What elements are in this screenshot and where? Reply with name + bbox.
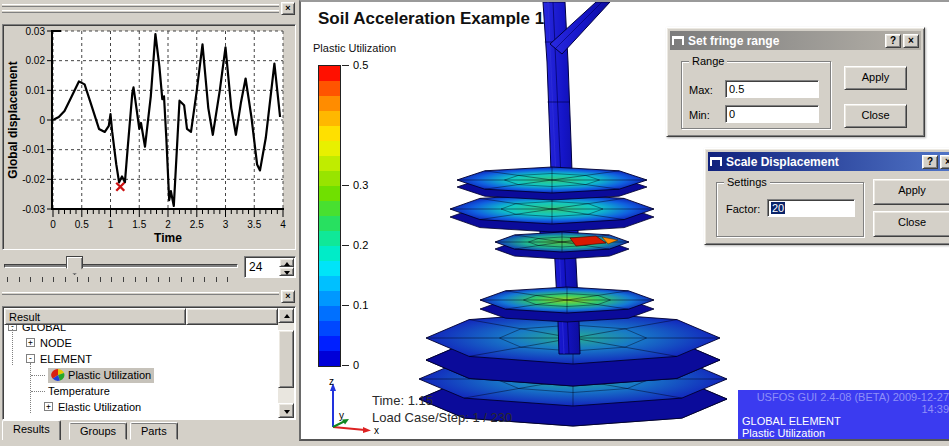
svg-text:3.5: 3.5 [247, 219, 261, 230]
tree-connector [31, 375, 45, 376]
svg-text:Time: Time [154, 231, 182, 245]
y-axis-label: y [339, 410, 344, 421]
min-input[interactable]: 0 [725, 105, 819, 123]
svg-text:Global displacement: Global displacement [6, 61, 20, 178]
scrollbar-thumb[interactable] [278, 330, 294, 388]
tree-connector [31, 391, 45, 392]
max-label: Max: [689, 84, 713, 96]
svg-text:0.03: 0.03 [26, 26, 46, 37]
expand-toggle[interactable]: + [44, 402, 53, 411]
tab-results[interactable]: Results [2, 420, 61, 440]
tree-header-row: Result [4, 308, 278, 325]
viewport-status: Time: 1.15 Load Case/Step: 1 / 230 [372, 392, 512, 426]
tree-item-label: GLOBAL [22, 325, 66, 333]
result-tree: -GLOBAL+NODE-ELEMENT Plastic Utilization… [4, 325, 278, 418]
slider-tick-marks [7, 277, 239, 282]
global-displacement-chart: 0.030.020.010-0.01-0.02-0.0300.511.522.5… [3, 25, 295, 251]
tree-item-label: NODE [40, 337, 72, 349]
frame-number-value: 24 [249, 260, 262, 274]
result-toolbar-grip[interactable]: × [0, 290, 299, 306]
clock-text: 14:39 [740, 403, 949, 415]
tree-item-elastic-utilization[interactable]: +Elastic Utilization [4, 399, 278, 415]
groupbox-label: Settings [724, 176, 770, 188]
svg-text:-0.02: -0.02 [22, 174, 45, 185]
frame-slider-thumb[interactable] [66, 256, 83, 275]
scroll-up-button[interactable] [278, 308, 294, 323]
result-column-header[interactable]: Result [4, 308, 186, 325]
window-icon [710, 157, 722, 166]
scale-displacement-dialog: Scale Displacement ? × Settings Factor: … [704, 148, 949, 245]
dialog-title: Scale Displacement [726, 155, 920, 169]
window-icon [672, 36, 684, 45]
help-button[interactable]: ? [922, 155, 938, 169]
time-readout: Time: 1.15 [372, 392, 512, 409]
selected-text: 20 [771, 202, 785, 214]
svg-text:0: 0 [39, 115, 45, 126]
frame-number-spinbox[interactable]: 24 [244, 256, 296, 278]
load-case-readout: Load Case/Step: 1 / 230 [372, 409, 512, 426]
svg-text:-0.01: -0.01 [22, 144, 45, 155]
grip-line [2, 4, 279, 7]
fringe-result-icon [51, 369, 65, 381]
tab-groups[interactable]: Groups [69, 422, 127, 440]
spin-down-button[interactable] [279, 267, 294, 276]
apply-button[interactable]: Apply [873, 179, 949, 205]
min-label: Min: [689, 109, 710, 121]
svg-text:4: 4 [280, 219, 286, 230]
svg-text:-0.03: -0.03 [22, 204, 45, 215]
svg-text:1: 1 [108, 219, 114, 230]
result-name-text: Plastic Utilization [740, 427, 949, 439]
app-version-text: USFOS GUI 2.4-08 (BETA) 2009-12-27 [740, 391, 949, 403]
max-input[interactable]: 0.5 [725, 80, 819, 98]
tree-item-temperature[interactable]: Temperature [4, 383, 278, 399]
down-arrow-icon [284, 271, 290, 275]
set-fringe-range-dialog: Set fringe range ? × Range Max: 0.5 Min:… [666, 27, 925, 137]
x-axis-label: x [374, 425, 379, 436]
dialog-titlebar[interactable]: Set fringe range ? × [670, 31, 921, 50]
result-tree-panel: Result -GLOBAL+NODE-ELEMENT Plastic Util… [2, 306, 296, 420]
factor-label: Factor: [726, 203, 760, 215]
tree-connector [12, 329, 13, 365]
close-button[interactable]: × [903, 34, 919, 48]
tree-item-node[interactable]: +NODE [4, 335, 278, 351]
spin-up-button[interactable] [279, 258, 294, 267]
dock-tabs: ResultsGroupsParts [0, 420, 299, 446]
result-scope-text: GLOBAL ELEMENT [740, 415, 949, 427]
close-button[interactable]: Close [873, 211, 949, 237]
svg-text:0: 0 [50, 219, 56, 230]
apply-button[interactable]: Apply [844, 66, 907, 90]
close-button[interactable]: × [940, 155, 949, 169]
svg-text:2.5: 2.5 [190, 219, 204, 230]
up-arrow-icon [284, 314, 290, 318]
up-arrow-icon [284, 262, 290, 266]
tree-item-label: Temperature [48, 385, 110, 397]
plot-toolbar-grip[interactable]: × [0, 2, 299, 20]
left-dock-panel: × 0.030.020.010-0.01-0.02-0.0300.511.522… [0, 0, 299, 446]
tree-item-global[interactable]: -GLOBAL [4, 325, 278, 335]
expand-toggle[interactable]: + [26, 338, 35, 347]
svg-text:2: 2 [165, 219, 171, 230]
grip-line [2, 292, 279, 295]
svg-text:3: 3 [223, 219, 229, 230]
close-button[interactable]: Close [844, 104, 907, 128]
tree-item-plastic-utilization[interactable]: Plastic Utilization [4, 367, 278, 383]
tab-parts[interactable]: Parts [130, 422, 178, 440]
tree-item-element[interactable]: -ELEMENT [4, 351, 278, 367]
tree-item-label: Elastic Utilization [58, 401, 141, 413]
blank-column-header[interactable] [186, 308, 278, 325]
groupbox-label: Range [689, 55, 727, 67]
help-button[interactable]: ? [885, 34, 901, 48]
frame-slider-track[interactable] [4, 264, 238, 268]
dialog-titlebar[interactable]: Scale Displacement ? × [708, 152, 949, 171]
scroll-down-button[interactable] [278, 403, 294, 418]
tree-scrollbar[interactable] [278, 308, 294, 418]
frame-slider-row: 24 [0, 254, 299, 288]
collapse-toggle[interactable]: - [26, 354, 35, 363]
close-plot-panel-button[interactable]: × [281, 2, 295, 15]
tree-connector [30, 363, 31, 413]
dialog-title: Set fringe range [688, 34, 883, 48]
grip-line [2, 10, 279, 13]
usfos-info-box: USFOS GUI 2.4-08 (BETA) 2009-12-27 14:39… [738, 390, 949, 439]
factor-input[interactable]: 20 [767, 199, 855, 217]
close-result-panel-button[interactable]: × [281, 290, 295, 303]
